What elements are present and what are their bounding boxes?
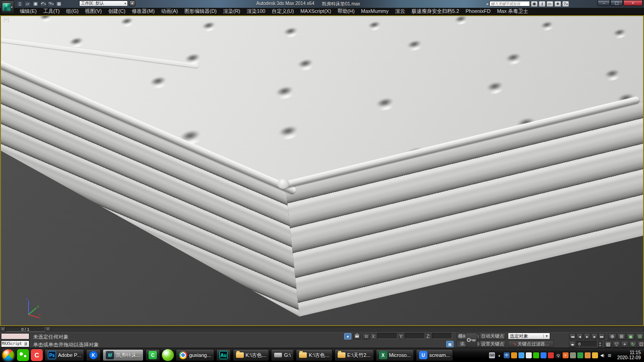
box-tray-icon[interactable]: [585, 352, 591, 358]
search-button[interactable]: ◉: [531, 1, 538, 7]
key-mode-toggle[interactable]: ◀▶: [569, 341, 575, 347]
menu-item-0[interactable]: 编辑(E): [17, 8, 40, 15]
orbit-button[interactable]: ↻: [629, 341, 637, 348]
zoom-extents-all-button[interactable]: ⊞: [636, 333, 644, 340]
qq-tray-icon[interactable]: Q: [555, 352, 561, 358]
redo-button[interactable]: ↷▾: [48, 1, 54, 7]
zoom-extents-button[interactable]: ▣: [627, 333, 635, 340]
chrome-task[interactable]: guxiang...: [176, 349, 214, 361]
absolute-mode-toggle[interactable]: ⊡: [362, 333, 370, 339]
maxscript-mini-listener-output[interactable]: [1, 333, 29, 339]
photoshop-task[interactable]: PsAdobe P...: [45, 349, 84, 361]
next-frame-button[interactable]: |▶: [591, 333, 598, 339]
menu-item-10[interactable]: 自定义(U): [269, 8, 297, 15]
kwai-button[interactable]: K: [86, 349, 101, 361]
restore-button[interactable]: ▢: [610, 0, 623, 6]
previous-frame-arrow-button[interactable]: ‹: [0, 327, 6, 332]
menu-item-9[interactable]: 渲染100: [243, 8, 268, 15]
frame-spinner[interactable]: ▲▼: [598, 341, 602, 347]
undo-button[interactable]: ↶▾: [40, 1, 46, 7]
menu-item-3[interactable]: 视图(V): [82, 8, 105, 15]
netdisk-tray-icon[interactable]: ≡: [563, 352, 569, 358]
zoom-button[interactable]: ⊕: [608, 333, 616, 340]
camtasia-green-button[interactable]: C: [145, 349, 160, 361]
time-slider-handle[interactable]: 0 / 1: [6, 327, 45, 332]
assistant-tray-icon[interactable]: [526, 352, 532, 358]
keyboard-tray-icon[interactable]: ⌨: [489, 352, 495, 358]
qq-busy-tray-icon[interactable]: [548, 352, 554, 358]
go-to-end-button[interactable]: ▶▶: [598, 333, 605, 339]
current-frame-field[interactable]: 0: [576, 341, 598, 347]
wechat-tray-icon[interactable]: [533, 352, 539, 358]
menu-item-5[interactable]: 修改器(M): [129, 8, 158, 15]
menu-item-17[interactable]: Max 杀毒卫士: [494, 8, 531, 15]
drive-task[interactable]: G:\: [271, 349, 294, 361]
hidden-icons-button[interactable]: ▴: [496, 352, 502, 358]
next-frame-arrow-button[interactable]: ›: [45, 327, 51, 332]
start-button[interactable]: [1, 348, 15, 362]
browser-360-button[interactable]: [162, 349, 174, 361]
isolate-selection-toggle[interactable]: ●: [344, 333, 351, 339]
sync-tray-icon[interactable]: [540, 352, 546, 358]
project-folder-button[interactable]: ▦: [56, 1, 62, 7]
qat-customize-button[interactable]: ▾: [129, 0, 135, 6]
network-tray-icon[interactable]: ▥: [607, 352, 613, 358]
set-key-button[interactable]: 设置关键点: [479, 340, 506, 347]
max-task[interactable]: M凯弗特床...: [103, 349, 144, 361]
folder-task-3[interactable]: E:\天竹2...: [334, 349, 374, 361]
menu-item-4[interactable]: 创建(C): [105, 8, 128, 15]
minimize-button[interactable]: –: [598, 0, 610, 6]
sign-in-button[interactable]: ⚷: [539, 1, 546, 7]
key-filters-button[interactable]: ∿ 关键点过滤器...: [508, 340, 554, 347]
zoom-region-button[interactable]: ▧: [604, 341, 612, 348]
excel-task[interactable]: XMicroso...: [376, 349, 414, 361]
wechat-button[interactable]: [17, 349, 29, 361]
viewport-label[interactable]: [+]: [4, 17, 9, 22]
menu-item-14[interactable]: 渲云: [392, 8, 408, 15]
workspace-dropdown[interactable]: 工作区: 默认 ▾: [79, 0, 128, 6]
application-menu-button[interactable]: ▾: [1, 0, 14, 14]
time-slider-track[interactable]: [51, 327, 644, 332]
finance-tray-icon[interactable]: [577, 352, 583, 358]
menu-item-11[interactable]: MAXScript(X): [297, 8, 334, 15]
favorites-button[interactable]: ★: [554, 1, 561, 7]
infocenter-collapse-arrow-icon[interactable]: ▸: [487, 2, 489, 6]
menu-item-1[interactable]: 工具(T): [40, 8, 63, 15]
zoom-all-button[interactable]: ⊞: [617, 333, 626, 340]
set-key-big-button[interactable]: [466, 333, 477, 347]
close-button[interactable]: ×: [623, 0, 643, 6]
new-file-button[interactable]: ▯: [17, 1, 23, 7]
maximize-viewport-button[interactable]: ⊡: [638, 341, 644, 348]
usb-utility-tray-icon[interactable]: [511, 352, 517, 358]
taskbar-clock[interactable]: 11:15 2020-12-09: [617, 350, 641, 360]
selection-lock-toggle[interactable]: [353, 333, 361, 339]
pan-button[interactable]: +: [621, 341, 628, 348]
volume-tray-icon[interactable]: ◀): [599, 352, 605, 358]
audition-task[interactable]: Au: [216, 349, 231, 361]
menu-item-6[interactable]: 动画(A): [158, 8, 181, 15]
shield-tray-icon[interactable]: [592, 352, 598, 358]
perspective-viewport[interactable]: [+] z x y: [0, 15, 644, 326]
ime-tray-icon[interactable]: 中: [504, 352, 510, 358]
maxscript-mini-listener-input[interactable]: MAXScript 迷: [1, 340, 29, 347]
go-to-start-button[interactable]: ◀◀: [569, 333, 575, 339]
menu-item-2[interactable]: 组(G): [63, 8, 82, 15]
communication-center-button[interactable]: ▻: [546, 1, 553, 7]
usb-safe-tray-icon[interactable]: ✓: [570, 352, 576, 358]
x-coordinate-field[interactable]: [377, 333, 397, 339]
search-input[interactable]: [489, 1, 530, 6]
folder-task-2[interactable]: K:\古色...: [296, 349, 333, 361]
previous-frame-button[interactable]: ◀|: [576, 333, 583, 339]
menu-item-8[interactable]: 渲染(R): [220, 8, 243, 15]
menu-item-12[interactable]: 帮助(H): [334, 8, 358, 15]
z-coordinate-field[interactable]: [432, 333, 452, 339]
menu-item-7[interactable]: 图形编辑器(D): [181, 8, 220, 15]
auto-key-button[interactable]: 自动关键点: [479, 333, 506, 339]
selection-set-dropdown[interactable]: 选定对象 ▼: [508, 333, 550, 339]
menu-item-16[interactable]: PhoenixFD: [462, 8, 494, 15]
menu-item-15[interactable]: 极速瘦身安全归档5.2: [408, 8, 462, 15]
time-tag-icon[interactable]: ▦: [446, 341, 454, 347]
save-file-button[interactable]: ▣: [32, 1, 39, 7]
y-coordinate-field[interactable]: [405, 333, 425, 339]
camtasia-button[interactable]: C: [31, 349, 43, 361]
